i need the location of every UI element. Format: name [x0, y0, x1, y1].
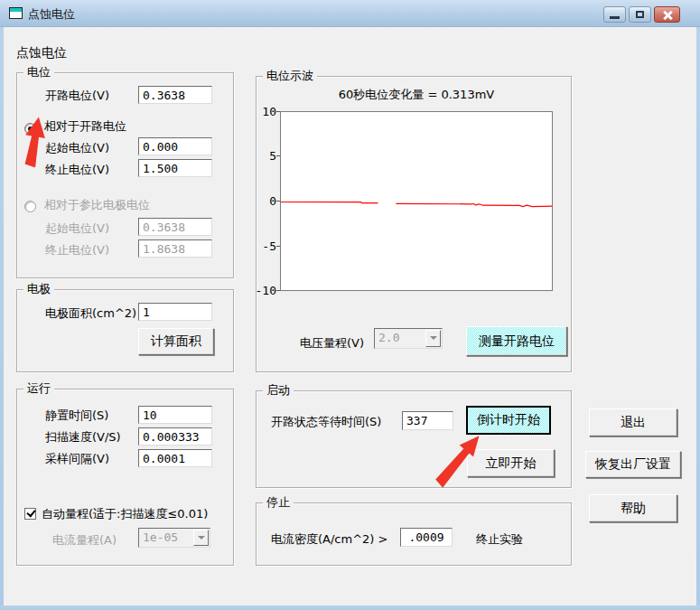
ref-start-potential-input [138, 218, 212, 236]
current-density-input[interactable] [400, 528, 453, 547]
ref-end-potential-label: 终止电位(V) [45, 242, 109, 258]
open-circuit-label: 开路电位(V) [45, 88, 109, 104]
close-button[interactable] [654, 6, 680, 23]
ytick-10: 10 [251, 105, 276, 118]
ytick-0: 0 [251, 194, 276, 208]
ytick-5: 5 [251, 149, 276, 163]
auto-range-label[interactable]: 自动量程(适于:扫描速度≤0.01) [42, 506, 208, 522]
window-title: 点蚀电位 [28, 6, 75, 23]
titlebar[interactable]: 点蚀电位 [0, 0, 700, 27]
start-now-button[interactable]: 立即开始 [467, 449, 555, 477]
window-border-bottom [0, 605, 700, 610]
wait-time-label: 开路状态等待时间(S) [271, 414, 381, 430]
countdown-start-button[interactable]: 倒计时开始 [466, 406, 551, 435]
chart-line-canvas [281, 112, 552, 290]
tick-mark [276, 201, 280, 202]
wait-time-input[interactable] [402, 411, 453, 430]
tick-mark [276, 111, 280, 112]
end-potential-input[interactable] [138, 159, 212, 177]
current-range-label: 电流量程(A) [52, 532, 117, 549]
current-range-select: 1e-05 [138, 528, 210, 548]
end-potential-label: 终止电位(V) [45, 162, 109, 178]
rest-time-input[interactable] [138, 406, 212, 424]
scan-rate-input[interactable] [138, 427, 212, 446]
sample-interval-label: 采样间隔(V) [45, 451, 109, 467]
calculate-area-button[interactable]: 计算面积 [138, 328, 214, 355]
voltage-range-label: 电压量程(V) [300, 335, 364, 352]
minimize-icon [610, 16, 620, 19]
chevron-down-icon [193, 530, 209, 546]
electrode-area-input[interactable] [138, 303, 212, 321]
start-potential-label: 起始电位(V) [45, 140, 109, 156]
page-title: 点蚀电位 [16, 45, 67, 61]
maximize-button[interactable] [629, 6, 651, 23]
start-potential-input[interactable] [138, 137, 212, 155]
tick-mark [276, 290, 280, 291]
group-scope-caption: 电位示波 [263, 70, 317, 82]
chart-title: 60秒电位变化量 = 0.313mV [280, 87, 553, 103]
electrode-area-label: 电极面积(cm^2) [45, 305, 136, 322]
tick-mark [276, 246, 280, 247]
current-density-label: 电流密度(A/cm^2) > [271, 531, 387, 548]
voltage-range-value: 2.0 [378, 331, 399, 344]
radio-relative-open-circuit-label[interactable]: 相对于开路电位 [44, 118, 126, 135]
potential-chart [280, 111, 553, 291]
voltage-range-select: 2.0 [374, 328, 443, 349]
exit-button[interactable]: 退出 [589, 408, 677, 436]
window-border-right [696, 27, 700, 606]
rest-time-label: 静置时间(S) [45, 408, 108, 424]
scan-rate-label: 扫描速度(V/S) [45, 429, 121, 446]
ref-end-potential-input [138, 239, 212, 258]
ref-start-potential-label: 起始电位(V) [45, 221, 109, 237]
radio-relative-reference-label[interactable]: 相对于参比电极电位 [44, 197, 150, 213]
measure-open-circuit-button[interactable]: 测量开路电位 [466, 326, 567, 356]
group-stop-caption: 停止 [263, 496, 294, 509]
group-start-caption: 启动 [263, 384, 294, 397]
close-icon [661, 9, 674, 22]
form-icon [9, 7, 23, 19]
factory-reset-button[interactable]: 恢复出厂设置 [585, 451, 681, 478]
ytick-neg10: -10 [251, 284, 276, 297]
sample-interval-input[interactable] [138, 449, 212, 467]
window: 点蚀电位 点蚀电位 电位 开路电位(V) 相对于开路电位 起始电位(V) 终止电… [0, 0, 700, 610]
tick-mark [276, 155, 280, 156]
terminate-experiment-label: 终止实验 [476, 531, 523, 548]
open-circuit-input[interactable] [138, 86, 212, 104]
group-electrode-caption: 电极 [23, 283, 54, 296]
current-range-value: 1e-05 [143, 530, 178, 544]
ytick-neg5: -5 [251, 239, 276, 253]
chevron-down-icon [425, 330, 441, 347]
radio-relative-reference[interactable] [24, 201, 36, 212]
window-border-left [0, 27, 4, 606]
minimize-button[interactable] [603, 6, 626, 23]
maximize-icon [636, 11, 644, 18]
group-potential-caption: 电位 [23, 66, 54, 79]
help-button[interactable]: 帮助 [589, 494, 677, 522]
group-run-caption: 运行 [23, 382, 54, 395]
auto-range-checkbox[interactable] [24, 508, 36, 520]
